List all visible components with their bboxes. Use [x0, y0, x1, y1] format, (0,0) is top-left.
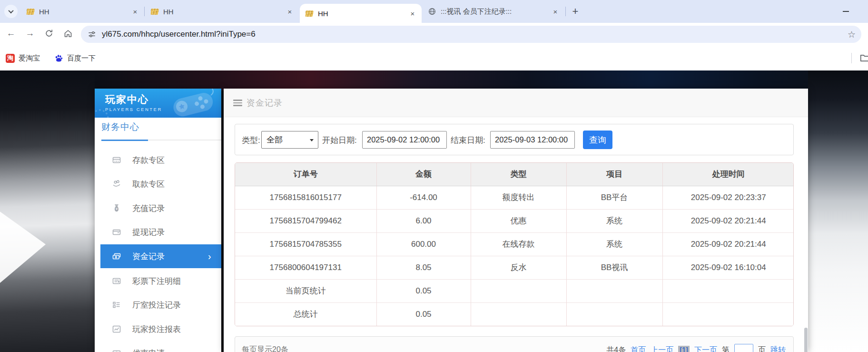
sidebar-header: 玩家中心 PLAYERS CENTER — [95, 89, 221, 118]
tab-title: :::视讯 会员下注纪录::: — [441, 7, 547, 16]
col-process-time: 处理时间 — [662, 163, 794, 186]
first-page-link[interactable]: 首页 — [631, 345, 646, 352]
start-date-input[interactable] — [362, 131, 447, 149]
bookmark-baidu[interactable]: 百度一下 — [54, 54, 96, 63]
address-bar[interactable]: yl675.com/hhcp/usercenter.html?iniType=6… — [81, 26, 861, 43]
close-icon[interactable]: × — [286, 7, 294, 16]
back-button[interactable]: ← — [5, 27, 17, 40]
sidebar-item-recharge-records[interactable]: ¥ 充值记录 — [95, 196, 221, 220]
cell-order-no: 当前页统计 — [235, 279, 376, 302]
sidebar-item-hall-bet-records[interactable]: 厅室投注记录 — [95, 293, 221, 317]
sidebar-item-withdraw-records[interactable]: 提现记录 — [95, 220, 221, 244]
tab-3-active[interactable]: HH × — [300, 4, 422, 23]
tab-title: HH — [318, 10, 404, 18]
cell-order-no: 1756815704785355 — [235, 232, 376, 256]
type-select[interactable]: 全部 — [261, 131, 318, 149]
bookmark-taobao[interactable]: 淘 爱淘宝 — [6, 54, 40, 63]
cell-order-no: 总统计 — [235, 302, 376, 326]
cell-amount: 0.05 — [376, 279, 471, 302]
background-right — [808, 70, 868, 352]
cell-type: 反水 — [471, 256, 566, 279]
jump-button[interactable]: 跳转 — [770, 345, 786, 352]
table-row-total-stats: 总统计 0.05 — [235, 302, 794, 326]
bookmark-label: 百度一下 — [67, 54, 96, 63]
ticket-icon — [112, 348, 121, 352]
funds-records-panel: 资金记录 类型: 全部 开始日期: 结束日期: 查询 订单号 — [224, 89, 808, 352]
site-favicon — [150, 9, 158, 15]
browser-window: HH × HH × HH × :::视讯 会员下注纪录::: × + — [0, 0, 868, 352]
close-icon[interactable]: × — [131, 7, 139, 16]
chevron-right-icon: › — [208, 251, 211, 262]
new-tab-button[interactable]: + — [569, 5, 582, 18]
list-detail-icon — [112, 276, 121, 286]
close-icon[interactable]: × — [551, 7, 560, 16]
table-row: 1756815704785355 600.00 在线存款 系统 2025-09-… — [235, 232, 794, 256]
prev-page-link[interactable]: 上一页 — [651, 345, 673, 352]
bookmark-star-icon[interactable]: ☆ — [848, 29, 856, 40]
sidebar-item-player-bet-report[interactable]: 玩家投注报表 — [95, 317, 221, 341]
site-settings-icon[interactable] — [88, 30, 96, 39]
sidebar-section-rule — [101, 140, 221, 141]
jump-prefix-label: 第 — [722, 345, 730, 352]
end-date-input[interactable] — [490, 131, 575, 149]
cell-order-no: 1756815816015177 — [235, 186, 376, 209]
chart-report-icon — [112, 324, 121, 334]
hamburger-icon — [233, 100, 242, 108]
taobao-icon: 淘 — [6, 54, 15, 63]
site-favicon — [26, 9, 34, 15]
tab-2[interactable]: HH × — [145, 0, 299, 23]
tab-search-button[interactable] — [4, 5, 18, 18]
page-title: 资金记录 — [247, 89, 283, 117]
table-row-page-stats: 当前页统计 0.05 — [235, 279, 794, 302]
table-header-row: 订单号 金额 类型 项目 处理时间 — [235, 163, 794, 186]
cell-time: 2025-09-02 16:10:04 — [662, 256, 794, 279]
sidebar-item-lottery-bet-details[interactable]: 彩票下注明细 — [95, 269, 221, 293]
type-label: 类型: — [242, 135, 260, 146]
forward-button[interactable]: → — [24, 27, 36, 40]
cell-time: 2025-09-02 20:21:44 — [662, 209, 794, 232]
sidebar-item-promo-apply[interactable]: 优惠申请 — [95, 341, 221, 352]
pagination-controls: 共4条 首页 上一页 [1] 下一页 第 页 跳转 — [606, 344, 786, 352]
reload-button[interactable] — [43, 27, 55, 40]
site-favicon — [305, 10, 313, 17]
minimize-icon — [843, 11, 849, 12]
col-type: 类型 — [471, 163, 566, 186]
table-row: 1756815704799462 6.00 优惠 系统 2025-09-02 2… — [235, 209, 794, 232]
close-icon[interactable]: × — [408, 9, 417, 18]
cell-project: BB平台 — [566, 186, 662, 209]
baidu-paw-icon — [54, 54, 63, 63]
sidebar-item-deposit-zone[interactable]: 存款专区 — [95, 148, 221, 172]
sidebar-item-withdraw-zone[interactable]: 取款专区 — [95, 172, 221, 196]
cell-amount: 600.00 — [376, 232, 471, 256]
scrollbar-thumb[interactable] — [804, 328, 808, 352]
jump-page-input[interactable] — [734, 344, 753, 352]
all-bookmarks-folder-icon[interactable] — [859, 53, 868, 63]
search-button[interactable]: 查询 — [583, 131, 612, 149]
table-row: 1756815816015177 -614.00 额度转出 BB平台 2025-… — [235, 186, 794, 209]
cell-time: 2025-09-02 20:23:37 — [662, 186, 794, 209]
tab-title: HH — [39, 8, 127, 16]
home-button[interactable] — [62, 27, 74, 40]
cell-project: 系统 — [566, 209, 662, 232]
tab-1[interactable]: HH × — [21, 0, 144, 23]
cell-type: 优惠 — [471, 209, 566, 232]
chevron-down-icon — [8, 8, 13, 13]
sidebar-item-label: 厅室投注记录 — [132, 300, 181, 311]
cell-order-no: 1756815704799462 — [235, 209, 376, 232]
bookmark-label: 爱淘宝 — [19, 54, 40, 63]
sidebar-item-label: 提现记录 — [132, 227, 165, 238]
cell-order-no: 1756800604197131 — [235, 256, 376, 279]
bookmarks-divider — [851, 53, 852, 63]
sidebar-item-funds-records[interactable]: 资金记录 › — [100, 244, 221, 268]
col-project: 项目 — [566, 163, 662, 186]
tab-4[interactable]: :::视讯 会员下注纪录::: × — [423, 0, 564, 23]
next-page-link[interactable]: 下一页 — [694, 345, 717, 352]
start-date-label: 开始日期: — [322, 135, 357, 146]
cell-amount: -614.00 — [376, 186, 471, 209]
player-center-sidebar: 玩家中心 PLAYERS CENTER 财务中心 — [95, 89, 221, 352]
wallet-icon — [112, 227, 121, 237]
tab-divider — [565, 7, 566, 16]
cell-amount: 6.00 — [376, 209, 471, 232]
window-minimize-button[interactable] — [838, 6, 853, 17]
money-bag-icon: ¥ — [112, 203, 121, 213]
